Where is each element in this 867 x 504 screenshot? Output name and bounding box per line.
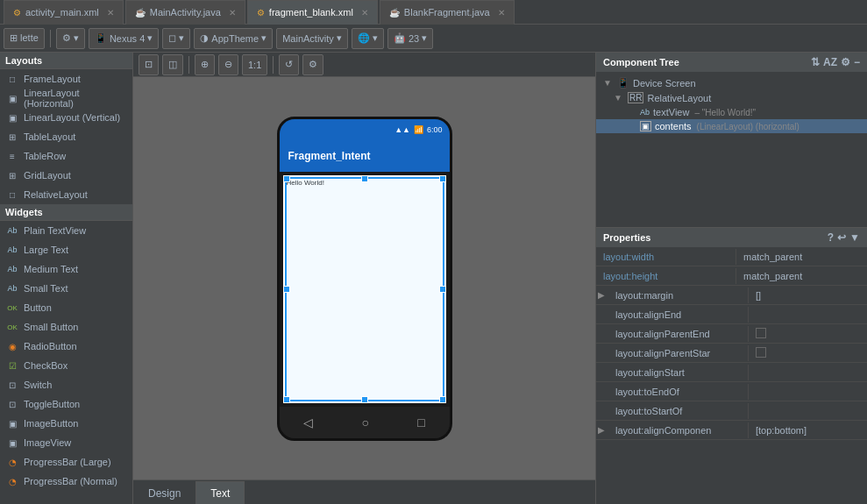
- config-button[interactable]: ⚙ ▾: [56, 28, 85, 49]
- device-selector[interactable]: 📱 Nexus 4 ▾: [89, 28, 159, 49]
- palette-item-imageview[interactable]: ▣ ImageView: [0, 433, 132, 452]
- expand-relativelayout[interactable]: ▼: [614, 93, 624, 103]
- palette-item-relativelayout[interactable]: □ RelativeLayout: [0, 185, 132, 204]
- zoom-100-button[interactable]: 1:1: [242, 54, 267, 75]
- close-tab-1[interactable]: ✕: [229, 8, 236, 18]
- tree-item-device-screen[interactable]: ▼ 📱 Device Screen: [596, 75, 867, 90]
- undo-button[interactable]: ↩: [837, 231, 846, 244]
- palette-item-linearlayout-h[interactable]: ▣ LinearLayout (Horizontal): [0, 89, 132, 108]
- palette-item-progressbar-large[interactable]: ◔ ProgressBar (Large): [0, 452, 132, 472]
- selection-overlay: [285, 177, 444, 401]
- palette-item-small-button[interactable]: OK Small Button: [0, 317, 132, 337]
- theme-chevron: ▾: [261, 32, 266, 44]
- handle-tl[interactable]: [283, 175, 290, 182]
- close-tab-2[interactable]: ✕: [361, 8, 368, 18]
- expand-ac[interactable]: ▶: [596, 425, 608, 435]
- sort-alpha-button[interactable]: AZ: [823, 56, 837, 68]
- refresh-button[interactable]: ↺: [279, 54, 299, 75]
- tab-text[interactable]: Text: [195, 481, 245, 504]
- activity-selector[interactable]: MainActivity ▾: [276, 28, 348, 49]
- palette-item-plain-textview[interactable]: Ab Plain TextView: [0, 221, 132, 240]
- prop-row-to-start-of: ▶ layout:toStartOf: [596, 401, 867, 421]
- palette-item-checkbox[interactable]: ☑ CheckBox: [0, 356, 132, 375]
- bottom-tabs: Design Text: [133, 479, 595, 504]
- main-layout: Layouts □ FrameLayout ▣ LinearLayout (Ho…: [0, 53, 867, 504]
- expand-textview[interactable]: ▶: [626, 108, 636, 117]
- close-tab-3[interactable]: ✕: [498, 8, 505, 18]
- nav-home-button[interactable]: ○: [362, 415, 369, 429]
- palette-toggle-button[interactable]: ⊞ lette: [4, 28, 45, 49]
- handle-bl[interactable]: [283, 396, 290, 403]
- properties-panel: Properties ? ↩ ▼ layout:width match_pare…: [596, 228, 867, 504]
- close-tab-0[interactable]: ✕: [107, 8, 114, 18]
- palette-item-medium-text[interactable]: Ab Medium Text: [0, 259, 132, 279]
- handle-br[interactable]: [439, 396, 446, 403]
- filter-button[interactable]: ▼: [849, 231, 860, 244]
- expand-as: ▶: [596, 367, 608, 377]
- nav-back-button[interactable]: ◁: [303, 415, 313, 429]
- expand-margin[interactable]: ▶: [596, 290, 608, 300]
- tab-main-activity[interactable]: ☕ MainActivity.java ✕: [125, 0, 245, 25]
- zoom-actual-button[interactable]: ◫: [162, 54, 183, 75]
- orientation-button[interactable]: ◻ ▾: [162, 28, 190, 49]
- tab-design[interactable]: Design: [133, 481, 195, 504]
- tree-item-contents[interactable]: ▶ ▣ contents (LinearLayout) (horizontal): [596, 119, 867, 133]
- phone-title: Fragment_Intent: [288, 150, 371, 162]
- prop-row-align-component: ▶ layout:alignComponen [top:bottom]: [596, 421, 867, 440]
- framelayout-icon: □: [5, 72, 19, 86]
- palette-item-tablerow[interactable]: ≡ TableRow: [0, 146, 132, 166]
- canvas-area[interactable]: ▲▲ 📶 6:00 Fragment_Intent Hello World!: [133, 77, 595, 479]
- java-icon: ☕: [135, 8, 146, 18]
- palette-item-small-text[interactable]: Ab Small Text: [0, 279, 132, 298]
- handle-ml[interactable]: [283, 286, 290, 293]
- palette-panel: Layouts □ FrameLayout ▣ LinearLayout (Ho…: [0, 53, 133, 504]
- expand-device-screen[interactable]: ▼: [603, 78, 614, 88]
- canvas-settings-button[interactable]: ⚙: [302, 54, 323, 75]
- handle-tr[interactable]: [439, 175, 446, 182]
- zoom-fit-button[interactable]: ⊡: [139, 54, 159, 75]
- theme-selector[interactable]: ◑ AppTheme ▾: [194, 28, 273, 49]
- handle-tc[interactable]: [361, 175, 368, 182]
- sep1: [50, 30, 51, 47]
- prop-row-width: layout:width match_parent: [596, 247, 867, 266]
- palette-item-progressbar-normal[interactable]: ◔ ProgressBar (Normal): [0, 472, 132, 491]
- expand-contents[interactable]: ▶: [626, 122, 636, 131]
- prop-row-align-parent-start: ▶ layout:alignParentStar: [596, 344, 867, 363]
- handle-mr[interactable]: [439, 286, 446, 293]
- signal-icon: ▲▲: [394, 125, 410, 134]
- nav-recent-button[interactable]: □: [417, 415, 424, 429]
- palette-item-linearlayout-v[interactable]: ▣ LinearLayout (Vertical): [0, 108, 132, 127]
- small-text-icon: Ab: [5, 281, 19, 295]
- help-button[interactable]: ?: [828, 231, 834, 244]
- phone-content-area[interactable]: Hello World!: [283, 175, 446, 403]
- sort-button[interactable]: ⇅: [811, 56, 820, 68]
- language-button[interactable]: 🌐 ▾: [352, 28, 384, 49]
- api-level-selector[interactable]: 🤖 23 ▾: [387, 28, 433, 49]
- palette-item-tablelayout[interactable]: ⊞ TableLayout: [0, 127, 132, 146]
- palette-item-imagebutton[interactable]: ▣ ImageButton: [0, 414, 132, 433]
- xml-icon: ⚙: [13, 8, 21, 18]
- gear-button[interactable]: ⚙: [841, 56, 850, 68]
- checkbox-align-parent-end[interactable]: [756, 328, 766, 338]
- panel-close-button[interactable]: −: [854, 56, 860, 68]
- main-toolbar: ⊞ lette ⚙ ▾ 📱 Nexus 4 ▾ ◻ ▾ ◑ AppTheme ▾…: [0, 25, 867, 53]
- large-text-icon: Ab: [5, 243, 19, 257]
- tree-item-textview[interactable]: ▶ Ab textView – "Hello World!": [596, 105, 867, 119]
- palette-item-radiobutton[interactable]: ◉ RadioButton: [0, 337, 132, 356]
- palette-item-framelayout[interactable]: □ FrameLayout: [0, 69, 132, 89]
- tab-fragment-blank[interactable]: ⚙ fragment_blank.xml ✕: [247, 0, 378, 25]
- palette-item-large-text[interactable]: Ab Large Text: [0, 240, 132, 259]
- tab-blank-fragment[interactable]: ☕ BlankFragment.java ✕: [380, 0, 515, 25]
- palette-item-gridlayout[interactable]: ⊞ GridLayout: [0, 166, 132, 185]
- palette-item-button[interactable]: OK Button: [0, 298, 132, 317]
- xml-active-icon: ⚙: [257, 8, 265, 18]
- checkbox-align-parent-start[interactable]: [756, 347, 766, 358]
- canvas-sep2: [273, 56, 274, 74]
- tab-activity-main[interactable]: ⚙ activity_main.xml ✕: [4, 0, 124, 25]
- handle-bc[interactable]: [361, 396, 368, 403]
- tree-item-relativelayout[interactable]: ▼ RR RelativeLayout: [596, 90, 867, 105]
- zoom-out-button[interactable]: ⊖: [218, 54, 238, 75]
- zoom-in-button[interactable]: ⊕: [195, 54, 215, 75]
- palette-item-togglebutton[interactable]: ⊡ ToggleButton: [0, 394, 132, 414]
- palette-item-switch[interactable]: ⊡ Switch: [0, 375, 132, 394]
